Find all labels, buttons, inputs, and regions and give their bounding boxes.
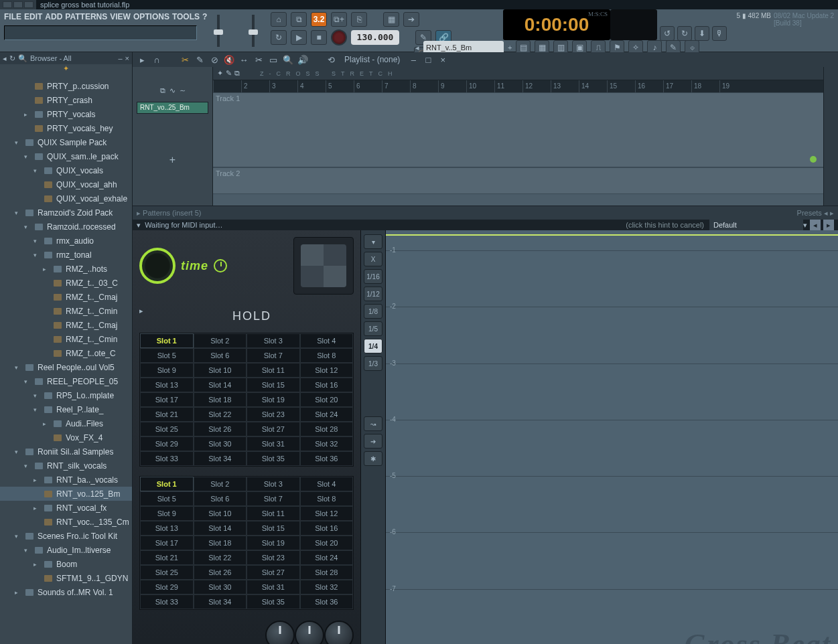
slot-button[interactable]: Slot 23 xyxy=(247,550,300,565)
slot-button[interactable]: Slot 34 xyxy=(194,451,247,466)
slot-button[interactable]: Slot 16 xyxy=(300,378,354,392)
menu-options[interactable]: OPTIONS xyxy=(133,12,169,21)
slip-tool-icon[interactable]: ↔ xyxy=(238,54,249,65)
slot-button[interactable]: Slot 17 xyxy=(140,392,194,407)
slot-button[interactable]: Slot 20 xyxy=(300,392,354,407)
menu-tools[interactable]: TOOLS xyxy=(172,12,200,21)
browser-item[interactable]: ▾REEL_PEOPLE_05 xyxy=(0,374,132,388)
browser-item[interactable]: ▾QUIX_sam..le_pack xyxy=(0,149,132,163)
slot-button[interactable]: Slot 17 xyxy=(140,536,194,550)
browser-item[interactable]: PRTY_vocals_hey xyxy=(0,121,132,135)
slot-button[interactable]: Slot 3 xyxy=(247,477,300,491)
snap-1-16[interactable]: 1/16 xyxy=(364,269,382,284)
browser-item[interactable]: QUIX_vocal_ahh xyxy=(0,177,132,191)
browser-item[interactable]: ▾Ramzoid..rocessed xyxy=(0,220,132,234)
snap-1-8[interactable]: 1/8 xyxy=(364,304,382,319)
browser-item[interactable]: RNT_vo..125_Bm xyxy=(0,487,132,501)
playback-tool-icon[interactable]: 🔊 xyxy=(297,54,308,65)
record-button[interactable] xyxy=(331,29,347,46)
slot-button[interactable]: Slot 20 xyxy=(300,536,354,550)
mute-tool-icon[interactable]: 🔇 xyxy=(224,54,234,65)
slot-button[interactable]: Slot 25 xyxy=(140,565,194,580)
menu-add[interactable]: ADD xyxy=(45,12,62,21)
slot-button[interactable]: Slot 13 xyxy=(140,378,194,392)
slot-button[interactable]: Slot 14 xyxy=(194,378,247,392)
browser-item[interactable]: ▸RNT_ba.._vocals xyxy=(0,473,132,487)
zoom-tool-3[interactable]: ⧉ xyxy=(234,69,240,78)
slot-button[interactable]: Slot 2 xyxy=(194,333,247,348)
browser-item[interactable]: PRTY_crash xyxy=(0,93,132,107)
browser-item[interactable]: QUIX_vocal_exhale xyxy=(0,191,132,206)
slot-button[interactable]: Slot 31 xyxy=(247,580,300,594)
attack-knob[interactable] xyxy=(265,621,295,644)
slot-button[interactable]: Slot 10 xyxy=(194,363,247,378)
track-2-label[interactable]: Track 2 xyxy=(216,169,240,177)
snap-1-12[interactable]: 1/12 xyxy=(364,287,382,301)
slot-button[interactable]: Slot 34 xyxy=(194,594,247,609)
browser-item[interactable]: ▾QUIX Sample Pack xyxy=(0,135,132,149)
playlist-vscroll[interactable] xyxy=(823,67,838,206)
slot-button[interactable]: Slot 12 xyxy=(300,506,354,521)
presets-label[interactable]: Presets xyxy=(797,209,822,217)
slot-button[interactable]: Slot 33 xyxy=(140,594,194,609)
browser-item[interactable]: RMZ_t..ote_C xyxy=(0,346,132,360)
slot-button[interactable]: Slot 19 xyxy=(247,536,300,550)
plugin-preset-name[interactable]: Default xyxy=(709,220,803,230)
slot-button[interactable]: Slot 9 xyxy=(140,363,194,378)
slot-button[interactable]: Slot 7 xyxy=(247,348,300,363)
browser-item[interactable]: ▸PRTY_vocals xyxy=(0,107,132,121)
slot-button[interactable]: Slot 16 xyxy=(300,521,354,536)
browser-reread-button[interactable]: ↻ xyxy=(9,54,15,63)
play-button[interactable]: ▶ xyxy=(291,30,307,45)
browser-item[interactable]: RMZ_t.._Cmaj xyxy=(0,318,132,332)
slot-button[interactable]: Slot 32 xyxy=(300,436,354,451)
browser-item[interactable]: RMZ_t.._03_C xyxy=(0,276,132,290)
browser-item[interactable]: ▾RP5_Lo..mplate xyxy=(0,388,132,402)
slot-button[interactable]: Slot 10 xyxy=(194,506,247,521)
auto-snap-icon[interactable]: ∼ xyxy=(180,86,186,95)
window-close-button[interactable] xyxy=(24,1,33,8)
slot-button[interactable]: Slot 28 xyxy=(300,422,354,436)
browser-back-button[interactable]: ◂ xyxy=(3,54,7,63)
menu-file[interactable]: FILE xyxy=(4,12,21,21)
playlist-options-icon[interactable]: ⟲ xyxy=(326,54,336,65)
slot-button[interactable]: Slot 1 xyxy=(140,477,194,491)
browser-item[interactable]: ▾Reel People..oul Vol5 xyxy=(0,360,132,374)
slot-button[interactable]: Slot 11 xyxy=(247,363,300,378)
slot-button[interactable]: Slot 12 xyxy=(300,363,354,378)
snap-1-4[interactable]: 1/4 xyxy=(364,339,382,353)
slot-button[interactable]: Slot 8 xyxy=(300,348,354,363)
master-pitch-slider[interactable] xyxy=(217,15,220,47)
slot-button[interactable]: Slot 13 xyxy=(140,521,194,536)
slot-button[interactable]: Slot 7 xyxy=(247,491,300,506)
slot-button[interactable]: Slot 36 xyxy=(300,594,354,609)
slot-button[interactable]: Slot 6 xyxy=(194,491,247,506)
news-panel[interactable]: 08/02 Mac Update 2 [Build 38] xyxy=(771,9,838,52)
plugin-preset-dropdown[interactable]: ▾ xyxy=(803,221,807,230)
window-min-button[interactable] xyxy=(3,1,12,8)
browser-item[interactable]: ▾Roniit Sil..al Samples xyxy=(0,445,132,459)
slot-button[interactable]: Slot 30 xyxy=(194,436,247,451)
preset-prev-button[interactable]: ◂ xyxy=(822,209,830,218)
slot-button[interactable]: Slot 11 xyxy=(247,506,300,521)
menu-view[interactable]: VIEW xyxy=(110,12,131,21)
env-tool-button[interactable]: ✱ xyxy=(364,451,382,466)
env-tool-button[interactable]: ➔ xyxy=(364,434,382,449)
browser-item[interactable]: ▾RNT_silk_vocals xyxy=(0,459,132,473)
browser-item[interactable]: ▾Ramzoid's Zoid Pack xyxy=(0,206,132,220)
slice-tool-icon[interactable]: ✂ xyxy=(253,54,264,65)
slot-button[interactable]: Slot 24 xyxy=(300,550,354,565)
song-mode-button[interactable]: ⧉ xyxy=(291,12,307,27)
browser-close-button[interactable]: × xyxy=(125,54,129,62)
paint-tool-icon[interactable]: ✎ xyxy=(194,54,205,65)
slot-button[interactable]: Slot 14 xyxy=(194,521,247,536)
plugin-menu-button[interactable]: ▾ xyxy=(137,221,141,230)
browser-item[interactable]: ▾rmz_tonal xyxy=(0,248,132,262)
slot-button[interactable]: Slot 22 xyxy=(194,407,247,422)
pattern-clip[interactable]: RNT_vo..25_Bm xyxy=(137,102,208,114)
slot-button[interactable]: Slot 31 xyxy=(247,436,300,451)
playlist-ruler[interactable]: 2345678910111213141516171819 xyxy=(213,80,823,92)
plugin-preset-prev[interactable]: ◂ xyxy=(810,220,821,230)
rack-menu-button[interactable]: ▸ xyxy=(137,209,141,218)
browser-item[interactable]: ▸Sounds of..MR Vol. 1 xyxy=(0,585,132,599)
